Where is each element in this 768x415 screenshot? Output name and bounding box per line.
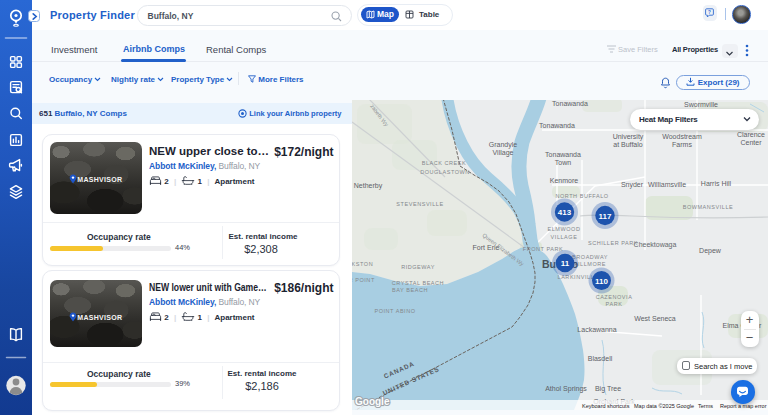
svg-text:SCHILLER PARK: SCHILLER PARK (588, 240, 638, 246)
svg-text:Tonawanda: Tonawanda (552, 100, 588, 107)
svg-text:Big Tree: Big Tree (595, 385, 621, 393)
svg-text:BAY BEACH: BAY BEACH (392, 287, 428, 293)
svg-text:Farms: Farms (672, 141, 692, 148)
svg-text:DOUGLASTOWN: DOUGLASTOWN (420, 169, 470, 175)
svg-text:Athol Springs: Athol Springs (545, 385, 587, 393)
svg-text:CAZENOVIA: CAZENOVIA (596, 294, 633, 300)
svg-text:Harris Hill: Harris Hill (701, 180, 732, 187)
svg-text:Snyder: Snyder (621, 181, 644, 189)
svg-text:110: 110 (595, 277, 608, 286)
svg-text:ELMWOOD: ELMWOOD (548, 226, 581, 232)
svg-text:Center: Center (740, 139, 762, 146)
svg-text:117: 117 (599, 212, 612, 221)
svg-text:ERKSTON: ERKSTON (352, 261, 373, 267)
svg-text:Google: Google (355, 396, 390, 407)
svg-text:413: 413 (558, 208, 572, 217)
svg-text:Depew: Depew (699, 247, 722, 255)
svg-text:POINT ABINO: POINT ABINO (374, 308, 415, 314)
svg-text:BOWMANSVILLE: BOWMANSVILLE (683, 204, 734, 210)
svg-text:Kenmore: Kenmore (550, 177, 579, 184)
svg-text:FILLMORE: FILLMORE (574, 261, 606, 267)
svg-text:Blasdell: Blasdell (588, 355, 613, 362)
svg-text:Terms: Terms (698, 403, 713, 409)
svg-text:Netherby: Netherby (354, 182, 383, 190)
svg-text:LLER POINT: LLER POINT (352, 277, 375, 283)
svg-text:Swormville: Swormville (684, 101, 718, 108)
svg-text:Town: Town (555, 159, 571, 166)
svg-text:11: 11 (561, 259, 570, 268)
svg-text:STEVENSVILLE: STEVENSVILLE (396, 201, 443, 207)
svg-text:CRYSTAL BEACH: CRYSTAL BEACH (392, 280, 444, 286)
svg-text:FRONT PARK: FRONT PARK (523, 246, 563, 252)
svg-text:RIDGEWAY: RIDGEWAY (401, 264, 435, 270)
svg-text:Map data ©2025 Google: Map data ©2025 Google (634, 403, 694, 409)
svg-text:Woodstream: Woodstream (662, 133, 702, 140)
svg-text:University: University (613, 133, 644, 141)
svg-text:BLACK CREEK: BLACK CREEK (422, 160, 467, 166)
svg-text:Village: Village (493, 149, 514, 157)
svg-text:VILLAGE: VILLAGE (551, 234, 578, 240)
svg-text:Tonawanda: Tonawanda (539, 122, 575, 129)
svg-text:Grandyle: Grandyle (489, 141, 518, 149)
svg-text:NORTH BUFFALO: NORTH BUFFALO (555, 193, 608, 199)
svg-text:Clarence: Clarence (737, 131, 765, 138)
svg-text:West Seneca: West Seneca (634, 315, 676, 322)
svg-text:at Buffalo: at Buffalo (613, 141, 643, 148)
svg-text:Tonawanda: Tonawanda (545, 151, 581, 158)
svg-text:PARK: PARK (606, 301, 623, 307)
svg-text:Lackawanna: Lackawanna (577, 326, 616, 333)
svg-text:Keyboard shortcuts: Keyboard shortcuts (582, 403, 630, 409)
svg-text:Williamsville: Williamsville (648, 181, 686, 188)
svg-text:?: ? (708, 9, 711, 14)
svg-text:Cheektowaga: Cheektowaga (634, 241, 677, 249)
